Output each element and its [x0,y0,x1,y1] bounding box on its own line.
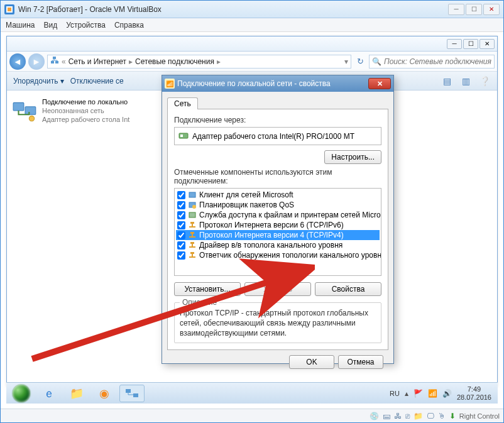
component-label: Ответчик обнаружения топологии канальног… [199,251,381,260]
status-usb-icon[interactable]: ⎚ [405,412,410,420]
svg-rect-11 [189,192,195,197]
taskbar-ie-icon[interactable]: ｅ [36,385,62,402]
minimize-button[interactable]: ─ [448,4,464,15]
configure-button[interactable]: Настроить... [324,150,381,164]
svg-rect-15 [190,222,194,224]
network-connection-item[interactable]: Подключение по локально Неопознанная сет… [11,97,174,125]
refresh-button[interactable]: ↻ [354,55,366,68]
component-icon [188,201,197,209]
component-row[interactable]: Протокол Интернета версии 4 (TCP/IPv4) [176,230,380,240]
status-display-icon[interactable]: 🖵 [427,412,434,420]
dialog-title: Подключение по локальной сети - свойства [177,79,368,88]
component-row[interactable]: Драйвер в/в тополога канального уровня [176,240,380,250]
vbox-menu: Машина Вид Устройства Справка [1,18,503,32]
tab-network[interactable]: Сеть [167,97,198,109]
maximize-button[interactable]: ☐ [466,4,482,15]
component-checkbox[interactable] [177,211,185,219]
breadcrumb-bar[interactable]: « Сеть и Интернет ▸ Сетевые подключения … [47,55,351,69]
svg-rect-5 [53,57,56,59]
component-row[interactable]: Клиент для сетей Microsoft [176,190,380,200]
menu-devices[interactable]: Устройства [66,21,106,30]
status-net-icon[interactable]: 🖧 [394,412,402,420]
vbox-titlebar: Win 7-2 [Работает] - Oracle VM VirtualBo… [1,1,503,18]
component-row[interactable]: Служба доступа к файлам и принтерам сете… [176,210,380,220]
taskbar-network-icon[interactable] [119,385,145,402]
menu-view[interactable]: Вид [43,21,57,30]
svg-rect-10 [180,135,183,137]
status-hostkey: Right Control [459,412,500,420]
connection-name: Подключение по локально [42,98,129,107]
adapter-icon [178,130,189,142]
crumb-parent[interactable]: Сеть и Интернет [68,57,126,66]
taskbar-mediaplayer-icon[interactable]: ◉ [92,385,117,402]
status-shared-icon[interactable]: 📁 [414,412,423,420]
component-label: Служба доступа к файлам и принтерам сете… [199,211,381,219]
component-label: Драйвер в/в тополога канального уровня [199,241,342,250]
view-icon-large[interactable]: ▤ [441,75,453,87]
taskbar-explorer-icon[interactable]: 📁 [64,385,89,402]
component-checkbox[interactable] [177,241,185,250]
component-row[interactable]: Планировщик пакетов QoS [176,200,380,210]
description-legend: Описание [180,298,219,307]
connection-adapter: Адаптер рабочего стола Int [42,116,129,124]
status-mouse-icon[interactable]: 🖰 [438,412,446,420]
remove-button[interactable]: Удалить [244,282,311,296]
component-checkbox[interactable] [177,201,185,209]
tray-network-icon[interactable]: 📶 [428,389,437,398]
connect-via-label: Подключение через: [174,116,381,124]
dialog-icon: 📶 [165,79,175,89]
svg-rect-16 [190,232,194,234]
explorer-window-controls: ─ ☐ ✕ [7,36,497,52]
description-group: Описание Протокол TCP/IP - стандартный п… [174,302,381,343]
disable-connection-button[interactable]: Отключение се [70,77,124,85]
help-icon[interactable]: ❔ [478,75,491,87]
start-button[interactable] [9,384,34,403]
menu-help[interactable]: Справка [114,21,144,30]
svg-point-13 [192,205,196,209]
explorer-maximize[interactable]: ☐ [463,39,478,49]
component-checkbox[interactable] [177,231,185,239]
virtualbox-window: Win 7-2 [Работает] - Oracle VM VirtualBo… [0,0,504,423]
search-box[interactable]: 🔍 [369,55,495,69]
explorer-close[interactable]: ✕ [479,39,495,49]
tab-strip: Сеть [167,96,388,109]
install-button[interactable]: Установить... [174,282,241,296]
explorer-minimize[interactable]: ─ [447,39,462,49]
component-label: Клиент для сетей Microsoft [199,190,293,199]
component-label: Планировщик пакетов QoS [199,201,294,209]
properties-button[interactable]: Свойства [315,282,381,296]
status-record-icon[interactable]: ⬇ [449,412,456,420]
components-label: Отмеченные компоненты используются этим … [174,168,381,185]
nav-forward-button[interactable]: ► [28,53,45,70]
status-hdd-icon[interactable]: 🖴 [383,412,390,420]
organize-button[interactable]: Упорядочить ▾ [13,77,64,85]
crumb-current[interactable]: Сетевые подключения [135,57,214,66]
component-checkbox[interactable] [177,191,185,199]
network-connection-icon [12,100,38,123]
tray-volume-icon[interactable]: 🔊 [442,389,452,398]
cancel-button[interactable]: Отмена [338,355,383,369]
tray-flag-icon[interactable]: 🚩 [414,389,423,398]
vbox-title-text: Win 7-2 [Работает] - Oracle VM VirtualBo… [18,5,447,14]
dialog-close-button[interactable]: ✕ [368,78,391,89]
vbox-status-bar: 💿 🖴 🖧 ⎚ 📁 🖵 🖰 ⬇ Right Control [1,409,503,422]
connection-properties-dialog: 📶 Подключение по локальной сети - свойст… [162,75,394,364]
component-row[interactable]: Ответчик обнаружения топологии канальног… [176,250,380,260]
svg-rect-17 [190,242,194,244]
components-list[interactable]: Клиент для сетей MicrosoftПланировщик па… [174,188,381,276]
view-icon-list[interactable]: ▥ [459,75,472,87]
search-input[interactable] [384,57,491,66]
menu-machine[interactable]: Машина [6,21,35,30]
component-checkbox[interactable] [177,221,185,229]
status-disk-icon[interactable]: 💿 [370,412,379,420]
tray-clock[interactable]: 7:49 28.07.2016 [457,385,491,400]
component-label: Протокол Интернета версии 4 (TCP/IPv4) [199,231,344,239]
component-row[interactable]: Протокол Интернета версии 6 (TCP/IPv6) [176,220,380,230]
nav-back-button[interactable]: ◄ [9,53,26,70]
svg-rect-18 [190,252,194,254]
lang-indicator[interactable]: RU [390,390,400,397]
component-checkbox[interactable] [177,251,185,260]
ok-button[interactable]: OK [289,355,334,369]
close-button[interactable]: ✕ [483,4,500,15]
tray-chevron-icon[interactable]: ▴ [405,389,408,398]
